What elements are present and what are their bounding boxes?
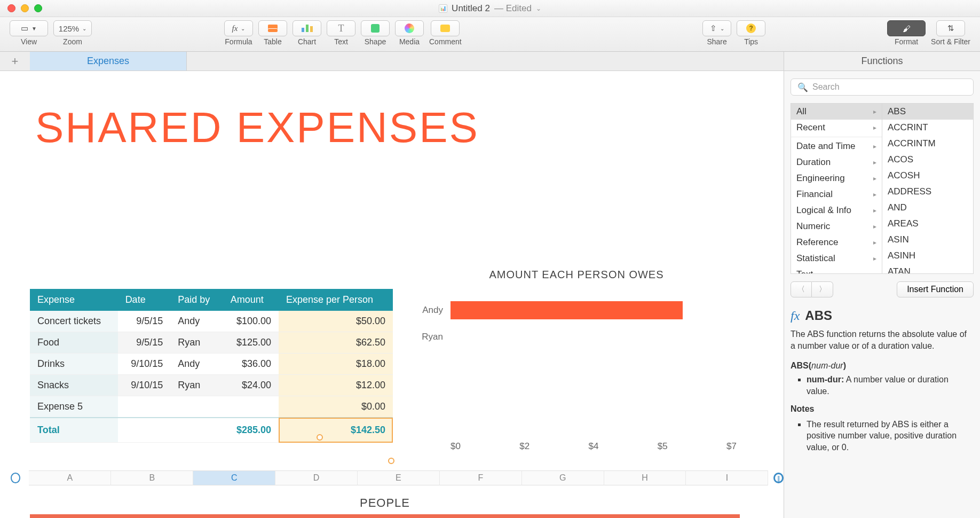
category-item[interactable]: All▸ xyxy=(791,104,882,120)
table-row[interactable]: Food9/5/15Ryan$125.00$62.50 xyxy=(30,332,393,354)
col-header[interactable]: Person xyxy=(30,514,136,518)
media-button[interactable]: Media xyxy=(395,20,424,46)
add-sheet-button[interactable]: + xyxy=(0,52,30,70)
function-item[interactable]: AREAS xyxy=(882,216,973,232)
function-help: fx ABS The ABS function returns the abso… xyxy=(791,308,974,460)
function-item[interactable]: ATAN xyxy=(882,264,973,274)
help-nav: 〈 〉 xyxy=(791,281,833,297)
selection-handle[interactable] xyxy=(317,434,323,441)
table-icon xyxy=(268,25,278,32)
category-list[interactable]: All▸Recent▸Date and Time▸Duration▸Engine… xyxy=(791,103,882,274)
table-handle[interactable] xyxy=(11,473,20,483)
minimize-window-button[interactable] xyxy=(21,4,29,12)
zoom-window-button[interactable] xyxy=(34,4,42,12)
people-section-title: PEOPLE xyxy=(30,496,740,510)
close-window-button[interactable] xyxy=(7,4,15,12)
insert-function-button[interactable]: Insert Function xyxy=(897,281,974,297)
function-item[interactable]: AND xyxy=(882,200,973,216)
column-header[interactable]: D xyxy=(275,470,358,485)
function-item[interactable]: ACCRINTM xyxy=(882,136,973,152)
column-header[interactable]: H xyxy=(604,470,686,485)
col-header[interactable]: Owes or Due xyxy=(286,514,451,518)
document-icon: 📊 xyxy=(439,4,447,13)
selection-handle[interactable] xyxy=(388,458,394,464)
zoom-dropdown[interactable]: 125%⌄ Zoom xyxy=(53,20,92,46)
col-header[interactable]: Andy owes xyxy=(451,514,595,518)
category-item[interactable]: Date and Time▸ xyxy=(791,138,882,154)
text-icon: T xyxy=(338,23,344,34)
column-header[interactable]: E xyxy=(358,470,440,485)
shape-button[interactable]: Shape xyxy=(361,20,390,46)
text-button[interactable]: T Text xyxy=(327,20,355,46)
category-item[interactable]: Text▸ xyxy=(791,266,882,274)
column-header[interactable]: G xyxy=(522,470,604,485)
column-header[interactable]: C xyxy=(193,470,275,485)
function-item[interactable]: ACCRINT xyxy=(882,120,973,136)
chart-title: AMOUNT EACH PERSON OWES xyxy=(416,269,737,281)
col-header[interactable]: Ryan owes xyxy=(595,514,740,518)
table-row[interactable]: Concert tickets9/5/15Andy$100.00$50.00 xyxy=(30,311,393,332)
category-item[interactable]: Numeric▸ xyxy=(791,218,882,234)
function-item[interactable]: ASINH xyxy=(882,248,973,264)
function-item[interactable]: ACOSH xyxy=(882,168,973,184)
view-button[interactable]: ▭ ▼ View xyxy=(10,20,48,46)
format-button[interactable]: 🖌 Format xyxy=(887,20,926,46)
col-header[interactable]: Contributed xyxy=(136,514,286,518)
column-header[interactable]: I xyxy=(686,470,768,485)
media-icon xyxy=(405,23,414,33)
table-row[interactable]: Drinks9/10/15Andy$36.00$18.00 xyxy=(30,354,393,375)
col-header[interactable]: Date xyxy=(118,289,171,311)
chart-bar: Andy xyxy=(416,297,737,324)
col-header[interactable]: Expense per Person xyxy=(279,289,393,311)
function-item[interactable]: ACOS xyxy=(882,152,973,168)
share-button[interactable]: ⇧ ⌄ Share xyxy=(702,20,731,46)
people-table[interactable]: Person Contributed Owes or Due Andy owes… xyxy=(30,514,740,518)
category-item[interactable]: Logical & Info▸ xyxy=(791,202,882,218)
column-header[interactable]: F xyxy=(440,470,522,485)
category-item[interactable]: Statistical▸ xyxy=(791,250,882,266)
chart-amount-owed[interactable]: AMOUNT EACH PERSON OWES AndyRyan$0$2$4$5… xyxy=(416,269,737,452)
col-header[interactable]: Paid by xyxy=(170,289,223,311)
category-item[interactable]: Engineering▸ xyxy=(791,170,882,186)
brush-icon: 🖌 xyxy=(903,24,911,33)
category-item[interactable]: Reference▸ xyxy=(791,234,882,250)
total-amount: $285.00 xyxy=(223,418,279,443)
sheet-tab-expenses[interactable]: Expenses xyxy=(30,52,187,70)
spreadsheet-canvas[interactable]: SHARED EXPENSES EXPENSES Expense Date Pa… xyxy=(0,71,784,518)
function-item[interactable]: ADDRESS xyxy=(882,184,973,200)
chart-button[interactable]: Chart xyxy=(293,20,321,46)
table-row[interactable]: Snacks9/10/15Ryan$24.00$12.00 xyxy=(30,375,393,396)
sort-icon: ⇅ xyxy=(947,23,954,33)
column-header[interactable]: A xyxy=(29,470,111,485)
table-row[interactable]: Expense 5$0.00 xyxy=(30,396,393,418)
function-item[interactable]: ASIN xyxy=(882,232,973,248)
comment-button[interactable]: Comment xyxy=(429,20,462,46)
add-column-handle[interactable]: ‖ xyxy=(773,473,784,483)
expenses-table[interactable]: Expense Date Paid by Amount Expense per … xyxy=(30,289,393,443)
tips-button[interactable]: ? Tips xyxy=(737,20,765,46)
document-title[interactable]: 📊 Untitled 2 — Edited ⌄ xyxy=(439,3,541,14)
window-controls xyxy=(7,4,42,12)
help-description: The ABS function returns the absolute va… xyxy=(791,328,974,352)
row-number[interactable]: 1 xyxy=(11,514,30,518)
total-epp-cell[interactable]: $142.50 xyxy=(279,418,393,443)
document-heading: SHARED EXPENSES xyxy=(35,103,784,152)
category-item[interactable]: Duration▸ xyxy=(791,154,882,170)
function-list[interactable]: ABSACCRINTACCRINTMACOSACOSHADDRESSANDARE… xyxy=(882,103,974,274)
sort-filter-button[interactable]: ⇅ Sort & Filter xyxy=(931,20,970,46)
column-header-row[interactable]: ABCDEFGHI‖ xyxy=(30,470,784,485)
category-item[interactable]: Recent▸ xyxy=(791,120,882,136)
category-item[interactable]: Financial▸ xyxy=(791,186,882,202)
col-header[interactable]: Amount xyxy=(223,289,279,311)
row-number-gutter[interactable]: 1234 xyxy=(11,514,30,518)
formula-button[interactable]: fx ⌄ Formula xyxy=(224,20,253,46)
table-button[interactable]: Table xyxy=(258,20,287,46)
col-header[interactable]: Expense xyxy=(30,289,118,311)
column-header[interactable]: B xyxy=(111,470,193,485)
help-back-button[interactable]: 〈 xyxy=(791,281,812,297)
document-name: Untitled 2 xyxy=(452,3,490,14)
panel-icon: ▭ xyxy=(21,23,28,33)
function-search-input[interactable]: 🔍 Search xyxy=(791,79,974,96)
help-forward-button[interactable]: 〉 xyxy=(812,281,833,297)
function-item[interactable]: ABS xyxy=(882,104,973,120)
